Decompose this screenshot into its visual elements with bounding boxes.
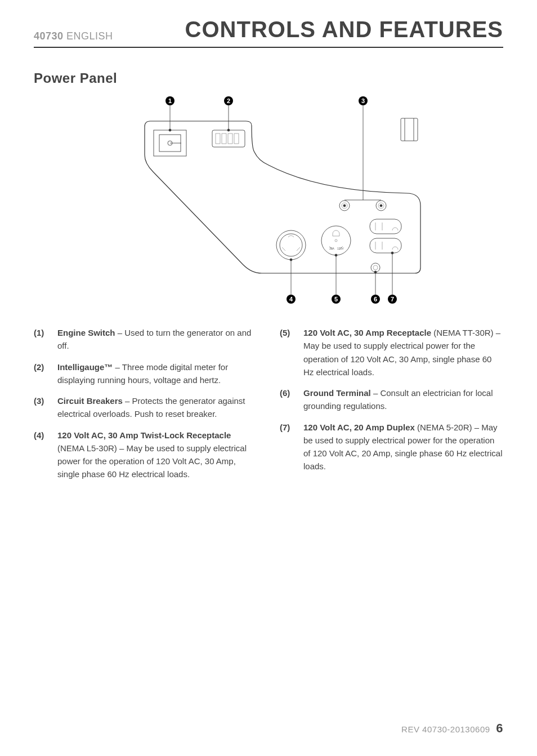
callout-6: 6 bbox=[371, 295, 380, 304]
svg-text:6: 6 bbox=[374, 296, 377, 303]
tt30r-receptacle-icon: 30A 125V bbox=[321, 226, 351, 255]
item-number: (6) bbox=[280, 386, 296, 413]
subheading-power-panel: Power Panel bbox=[34, 70, 503, 86]
receptacle-amp-label: 30A bbox=[329, 247, 335, 250]
callout-7: 7 bbox=[388, 295, 397, 304]
callout-5: 5 bbox=[332, 295, 341, 304]
svg-point-19 bbox=[335, 239, 337, 242]
item-number: (3) bbox=[34, 394, 50, 421]
callout-4: 4 bbox=[287, 295, 296, 304]
svg-rect-25 bbox=[370, 238, 401, 253]
svg-point-29 bbox=[169, 129, 171, 131]
panel-handle-icon bbox=[401, 118, 418, 141]
callout-3: 3 bbox=[359, 96, 368, 105]
svg-rect-5 bbox=[216, 134, 220, 144]
svg-text:3: 3 bbox=[361, 97, 365, 104]
item-text: Ground Terminal – Consult an electrician… bbox=[303, 386, 503, 413]
right-column: (5)120 Volt AC, 30 Amp Receptacle (NEMA … bbox=[280, 326, 503, 489]
item-text: Intelligauge™ – Three mode digital meter… bbox=[57, 361, 257, 387]
receptacle-volt-label: 125V bbox=[337, 247, 344, 250]
svg-text:1: 1 bbox=[168, 97, 172, 104]
svg-rect-6 bbox=[222, 134, 226, 144]
svg-text:5: 5 bbox=[334, 296, 338, 303]
list-item: (4)120 Volt AC, 30 Amp Twist-Lock Recept… bbox=[34, 429, 257, 481]
list-item: (2)Intelligauge™ – Three mode digital me… bbox=[34, 361, 257, 387]
doc-number: 40730 bbox=[34, 30, 64, 42]
item-text: Engine Switch – Used to turn the generat… bbox=[57, 326, 257, 353]
list-item: (1)Engine Switch – Used to turn the gene… bbox=[34, 326, 257, 353]
svg-point-31 bbox=[227, 129, 230, 131]
svg-rect-7 bbox=[228, 134, 232, 144]
svg-rect-8 bbox=[234, 134, 239, 144]
svg-text:2: 2 bbox=[227, 97, 230, 104]
page-footer: REV 40730-20130609 6 bbox=[401, 721, 503, 736]
svg-point-39 bbox=[335, 254, 337, 256]
item-text: 120 Volt AC, 30 Amp Receptacle (NEMA TT-… bbox=[303, 326, 503, 379]
item-number: (2) bbox=[34, 361, 50, 387]
panel-outline bbox=[145, 121, 420, 273]
item-text: 120 Volt AC, 20 Amp Duplex (NEMA 5-20R) … bbox=[303, 421, 503, 473]
footer-page-number: 6 bbox=[496, 721, 503, 735]
svg-point-21 bbox=[373, 265, 378, 270]
circuit-breakers-icon bbox=[339, 201, 386, 211]
svg-point-37 bbox=[290, 259, 292, 261]
svg-point-34 bbox=[343, 204, 346, 207]
intelligauge-icon bbox=[212, 130, 245, 147]
svg-rect-22 bbox=[370, 219, 401, 234]
power-panel-diagram: 30A 125V bbox=[34, 93, 503, 309]
svg-text:7: 7 bbox=[391, 296, 394, 303]
svg-rect-9 bbox=[401, 118, 418, 141]
list-item: (7)120 Volt AC, 20 Amp Duplex (NEMA 5-20… bbox=[280, 421, 503, 473]
item-text: Circuit Breakers – Protects the generato… bbox=[57, 394, 257, 421]
leader-lines bbox=[169, 104, 393, 296]
svg-rect-4 bbox=[212, 130, 245, 147]
list-item: (3)Circuit Breakers – Protects the gener… bbox=[34, 394, 257, 421]
svg-point-35 bbox=[380, 204, 382, 207]
duplex-receptacle-icon bbox=[370, 219, 401, 253]
svg-point-41 bbox=[374, 271, 377, 273]
doc-language: ENGLISH bbox=[66, 30, 113, 42]
callout-1: 1 bbox=[165, 96, 174, 105]
list-item: (5)120 Volt AC, 30 Amp Receptacle (NEMA … bbox=[280, 326, 503, 379]
svg-point-16 bbox=[276, 230, 306, 260]
panel-svg: 30A 125V bbox=[94, 93, 443, 307]
page-title: CONTROLS AND FEATURES bbox=[185, 17, 503, 42]
list-item: (6)Ground Terminal – Consult an electric… bbox=[280, 386, 503, 413]
callout-2: 2 bbox=[224, 96, 233, 105]
item-number: (1) bbox=[34, 326, 50, 353]
svg-text:4: 4 bbox=[289, 296, 293, 303]
doc-code: 40730 ENGLISH bbox=[34, 30, 113, 42]
item-number: (7) bbox=[280, 421, 296, 473]
item-number: (5) bbox=[280, 326, 296, 379]
svg-point-17 bbox=[280, 234, 302, 256]
item-text: 120 Volt AC, 30 Amp Twist-Lock Receptacl… bbox=[57, 429, 257, 481]
document-page: 40730 ENGLISH CONTROLS AND FEATURES Powe… bbox=[0, 0, 537, 756]
engine-switch-icon bbox=[154, 130, 186, 156]
twist-lock-receptacle-icon bbox=[276, 230, 306, 260]
description-columns: (1)Engine Switch – Used to turn the gene… bbox=[34, 326, 503, 489]
footer-rev: REV 40730-20130609 bbox=[401, 724, 490, 734]
item-number: (4) bbox=[34, 429, 50, 481]
left-column: (1)Engine Switch – Used to turn the gene… bbox=[34, 326, 257, 489]
page-header: 40730 ENGLISH CONTROLS AND FEATURES bbox=[34, 17, 503, 48]
svg-point-43 bbox=[391, 252, 393, 254]
